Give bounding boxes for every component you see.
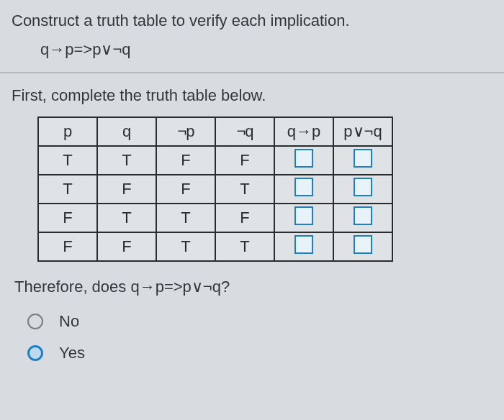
cell-not-q: T	[215, 175, 274, 204]
cell-not-p: F	[156, 175, 215, 204]
input-p-or-nq-2[interactable]	[354, 178, 372, 196]
radio-icon	[27, 345, 43, 361]
table-row: T F F T	[38, 175, 392, 204]
input-p-or-nq-4[interactable]	[354, 235, 372, 254]
cell-not-p: T	[156, 204, 215, 232]
cell-q: F	[97, 232, 156, 261]
input-q-imp-p-2[interactable]	[294, 178, 313, 196]
radio-icon	[27, 314, 43, 329]
col-not-q: ¬q	[215, 117, 274, 146]
options-group: No Yes	[27, 312, 492, 362]
expression-text: q→p=>p∨¬q	[40, 40, 492, 59]
therefore-text: Therefore, does q→p=>p∨¬q?	[14, 278, 492, 296]
option-yes-label: Yes	[59, 344, 85, 362]
cell-p: F	[38, 232, 97, 261]
table-row: T T F F	[38, 146, 392, 175]
input-q-imp-p-3[interactable]	[294, 206, 313, 225]
option-yes[interactable]: Yes	[27, 344, 492, 362]
input-p-or-nq-3[interactable]	[354, 206, 372, 225]
prompt-text: Construct a truth table to verify each i…	[12, 12, 492, 30]
col-q: q	[97, 117, 156, 146]
cell-not-q: T	[215, 232, 274, 261]
table-header-row: p q ¬p ¬q q→p p∨¬q	[38, 117, 392, 146]
col-p: p	[38, 117, 97, 146]
cell-p: T	[38, 146, 97, 175]
subprompt-text: First, complete the truth table below.	[12, 86, 492, 105]
option-no-label: No	[59, 312, 79, 331]
table-row: F F T T	[38, 232, 392, 261]
table-row: F T T F	[38, 204, 392, 232]
input-p-or-nq-1[interactable]	[354, 149, 372, 168]
input-q-imp-p-1[interactable]	[294, 149, 313, 168]
cell-not-p: T	[156, 232, 215, 261]
truth-table: p q ¬p ¬q q→p p∨¬q T T F F T F F T F T T	[37, 117, 393, 262]
col-p-or-nq: p∨¬q	[333, 117, 392, 146]
option-no[interactable]: No	[27, 312, 492, 331]
cell-p: T	[38, 175, 97, 204]
cell-not-q: F	[215, 146, 274, 175]
cell-q: F	[97, 175, 156, 204]
input-q-imp-p-4[interactable]	[294, 235, 313, 254]
cell-not-p: F	[156, 146, 215, 175]
cell-not-q: F	[215, 204, 274, 232]
cell-q: T	[97, 204, 156, 232]
col-q-imp-p: q→p	[274, 117, 333, 146]
cell-q: T	[97, 146, 156, 175]
cell-p: F	[38, 204, 97, 232]
col-not-p: ¬p	[156, 117, 215, 146]
divider	[0, 72, 504, 73]
